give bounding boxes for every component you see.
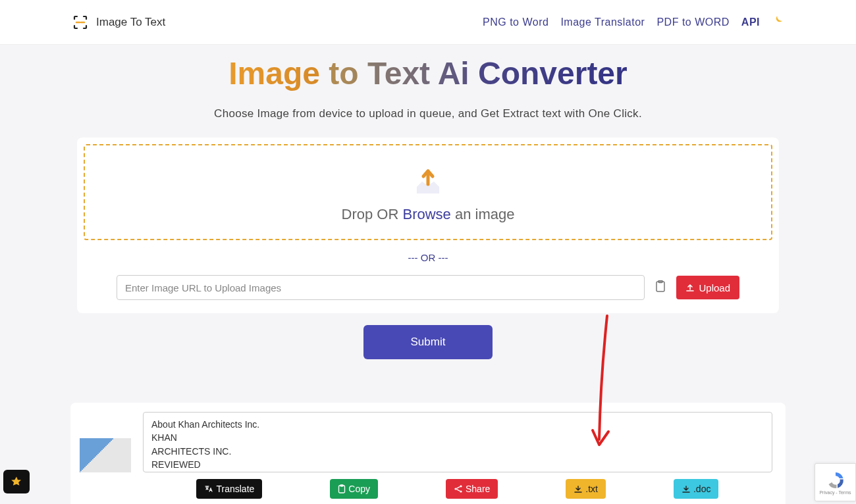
result-actions: Translate Copy Share .txt .doc xyxy=(143,479,772,499)
header: Image To Text PNG to Word Image Translat… xyxy=(0,0,856,45)
nav-api[interactable]: API xyxy=(741,16,760,28)
share-icon xyxy=(454,484,463,493)
upload-card: Drop OR Browse an image --- OR --- Uploa… xyxy=(77,138,779,313)
page-subtitle: Choose Image from device to upload in qu… xyxy=(0,107,856,120)
result-card: About Khan Architects Inc. KHAN ARCHITEC… xyxy=(70,403,786,504)
or-separator: --- OR --- xyxy=(84,252,772,263)
share-button[interactable]: Share xyxy=(446,479,498,499)
recaptcha-icon xyxy=(826,470,845,490)
copy-button[interactable]: Copy xyxy=(330,479,378,499)
logo-icon xyxy=(72,14,88,30)
nav-png-to-word[interactable]: PNG to Word xyxy=(483,16,548,28)
logo-text: Image To Text xyxy=(96,16,165,29)
url-row: Upload xyxy=(84,275,772,307)
paste-button[interactable] xyxy=(655,280,666,295)
dropzone-text: Drop OR Browse an image xyxy=(85,206,771,223)
download-icon xyxy=(682,484,691,493)
svg-point-5 xyxy=(454,488,456,490)
download-icon xyxy=(574,484,583,493)
url-input[interactable] xyxy=(117,275,645,300)
svg-point-6 xyxy=(460,490,462,492)
svg-point-4 xyxy=(460,485,462,487)
submit-button[interactable]: Submit xyxy=(363,325,493,359)
result-thumbnail[interactable] xyxy=(80,438,131,472)
result-textarea[interactable]: About Khan Architects Inc. KHAN ARCHITEC… xyxy=(143,412,772,472)
svg-rect-2 xyxy=(339,486,345,493)
upload-button[interactable]: Upload xyxy=(676,276,739,299)
translate-button[interactable]: Translate xyxy=(196,479,262,499)
nav-pdf-to-word[interactable]: PDF to WORD xyxy=(656,16,729,28)
download-txt-button[interactable]: .txt xyxy=(566,479,606,499)
nav: PNG to Word Image Translator PDF to WORD… xyxy=(483,14,784,30)
page-title: Image to Text Ai Converter xyxy=(0,55,856,91)
nav-image-translator[interactable]: Image Translator xyxy=(560,16,645,28)
browse-link[interactable]: Browse xyxy=(402,206,450,222)
open-tray-icon xyxy=(85,164,771,201)
logo[interactable]: Image To Text xyxy=(72,14,165,30)
moon-icon[interactable] xyxy=(772,14,784,30)
dropzone[interactable]: Drop OR Browse an image xyxy=(84,144,772,240)
clipboard-icon xyxy=(338,484,346,493)
favorites-badge[interactable] xyxy=(3,470,30,493)
download-doc-button[interactable]: .doc xyxy=(674,479,718,499)
clipboard-icon xyxy=(655,280,666,292)
upload-icon xyxy=(685,283,695,292)
star-icon xyxy=(11,476,22,488)
hero: Image to Text Ai Converter Choose Image … xyxy=(0,45,856,120)
recaptcha-badge[interactable]: Privacy - Terms xyxy=(815,463,856,501)
translate-icon xyxy=(204,484,213,493)
